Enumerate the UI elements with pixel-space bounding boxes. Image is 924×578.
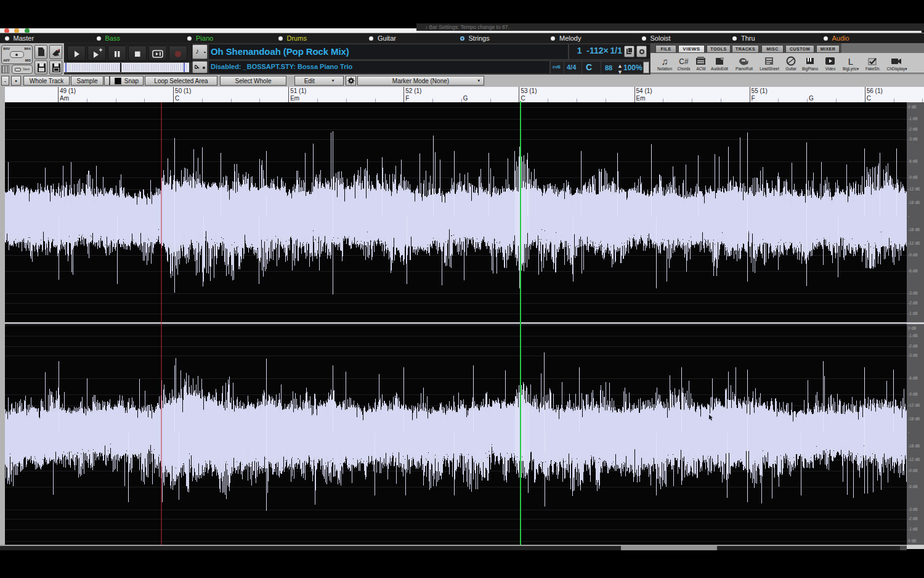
- svg-text:♫: ♫: [661, 56, 668, 66]
- svg-text:L: L: [848, 56, 853, 66]
- svg-text:C#: C#: [679, 57, 689, 66]
